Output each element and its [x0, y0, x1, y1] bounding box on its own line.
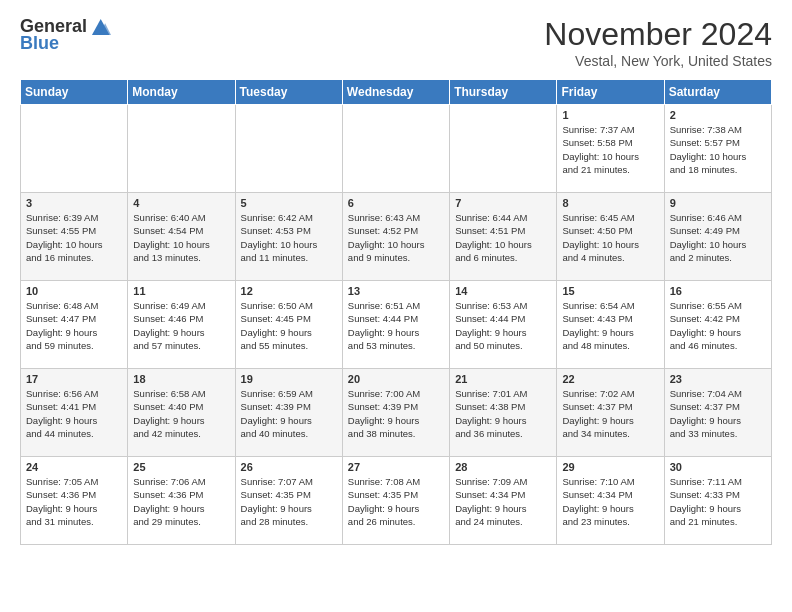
day-info: Sunrise: 7:38 AM Sunset: 5:57 PM Dayligh… [670, 123, 766, 176]
title-block: November 2024 Vestal, New York, United S… [544, 16, 772, 69]
day-cell-empty [342, 105, 449, 193]
day-cell-22: 22Sunrise: 7:02 AM Sunset: 4:37 PM Dayli… [557, 369, 664, 457]
weekday-header-thursday: Thursday [450, 80, 557, 105]
weekday-header-saturday: Saturday [664, 80, 771, 105]
day-cell-12: 12Sunrise: 6:50 AM Sunset: 4:45 PM Dayli… [235, 281, 342, 369]
day-cell-empty [21, 105, 128, 193]
day-number: 4 [133, 197, 229, 209]
day-number: 2 [670, 109, 766, 121]
day-info: Sunrise: 7:10 AM Sunset: 4:34 PM Dayligh… [562, 475, 658, 528]
day-cell-empty [450, 105, 557, 193]
day-number: 6 [348, 197, 444, 209]
day-cell-24: 24Sunrise: 7:05 AM Sunset: 4:36 PM Dayli… [21, 457, 128, 545]
day-info: Sunrise: 6:49 AM Sunset: 4:46 PM Dayligh… [133, 299, 229, 352]
day-number: 29 [562, 461, 658, 473]
page: General Blue November 2024 Vestal, New Y… [0, 0, 792, 565]
day-info: Sunrise: 6:39 AM Sunset: 4:55 PM Dayligh… [26, 211, 122, 264]
day-info: Sunrise: 7:01 AM Sunset: 4:38 PM Dayligh… [455, 387, 551, 440]
logo: General Blue [20, 16, 111, 54]
weekday-header-friday: Friday [557, 80, 664, 105]
weekday-header-wednesday: Wednesday [342, 80, 449, 105]
day-info: Sunrise: 6:54 AM Sunset: 4:43 PM Dayligh… [562, 299, 658, 352]
day-cell-7: 7Sunrise: 6:44 AM Sunset: 4:51 PM Daylig… [450, 193, 557, 281]
day-info: Sunrise: 6:44 AM Sunset: 4:51 PM Dayligh… [455, 211, 551, 264]
day-cell-26: 26Sunrise: 7:07 AM Sunset: 4:35 PM Dayli… [235, 457, 342, 545]
day-info: Sunrise: 7:05 AM Sunset: 4:36 PM Dayligh… [26, 475, 122, 528]
day-cell-20: 20Sunrise: 7:00 AM Sunset: 4:39 PM Dayli… [342, 369, 449, 457]
day-cell-18: 18Sunrise: 6:58 AM Sunset: 4:40 PM Dayli… [128, 369, 235, 457]
day-cell-2: 2Sunrise: 7:38 AM Sunset: 5:57 PM Daylig… [664, 105, 771, 193]
day-number: 19 [241, 373, 337, 385]
logo-icon [89, 16, 111, 38]
day-number: 3 [26, 197, 122, 209]
day-number: 16 [670, 285, 766, 297]
day-info: Sunrise: 6:46 AM Sunset: 4:49 PM Dayligh… [670, 211, 766, 264]
location: Vestal, New York, United States [544, 53, 772, 69]
day-cell-25: 25Sunrise: 7:06 AM Sunset: 4:36 PM Dayli… [128, 457, 235, 545]
day-info: Sunrise: 6:56 AM Sunset: 4:41 PM Dayligh… [26, 387, 122, 440]
day-number: 5 [241, 197, 337, 209]
day-cell-13: 13Sunrise: 6:51 AM Sunset: 4:44 PM Dayli… [342, 281, 449, 369]
day-number: 14 [455, 285, 551, 297]
day-cell-21: 21Sunrise: 7:01 AM Sunset: 4:38 PM Dayli… [450, 369, 557, 457]
day-cell-27: 27Sunrise: 7:08 AM Sunset: 4:35 PM Dayli… [342, 457, 449, 545]
weekday-header-row: SundayMondayTuesdayWednesdayThursdayFrid… [21, 80, 772, 105]
day-info: Sunrise: 6:58 AM Sunset: 4:40 PM Dayligh… [133, 387, 229, 440]
header: General Blue November 2024 Vestal, New Y… [20, 16, 772, 69]
logo-text-block: General Blue [20, 16, 111, 54]
day-cell-11: 11Sunrise: 6:49 AM Sunset: 4:46 PM Dayli… [128, 281, 235, 369]
day-info: Sunrise: 7:02 AM Sunset: 4:37 PM Dayligh… [562, 387, 658, 440]
day-number: 10 [26, 285, 122, 297]
day-cell-14: 14Sunrise: 6:53 AM Sunset: 4:44 PM Dayli… [450, 281, 557, 369]
day-number: 12 [241, 285, 337, 297]
day-cell-9: 9Sunrise: 6:46 AM Sunset: 4:49 PM Daylig… [664, 193, 771, 281]
day-number: 1 [562, 109, 658, 121]
day-cell-19: 19Sunrise: 6:59 AM Sunset: 4:39 PM Dayli… [235, 369, 342, 457]
day-number: 26 [241, 461, 337, 473]
day-info: Sunrise: 6:45 AM Sunset: 4:50 PM Dayligh… [562, 211, 658, 264]
month-title: November 2024 [544, 16, 772, 53]
day-number: 20 [348, 373, 444, 385]
day-number: 15 [562, 285, 658, 297]
day-cell-30: 30Sunrise: 7:11 AM Sunset: 4:33 PM Dayli… [664, 457, 771, 545]
week-row-4: 17Sunrise: 6:56 AM Sunset: 4:41 PM Dayli… [21, 369, 772, 457]
day-info: Sunrise: 6:50 AM Sunset: 4:45 PM Dayligh… [241, 299, 337, 352]
day-number: 23 [670, 373, 766, 385]
day-info: Sunrise: 6:43 AM Sunset: 4:52 PM Dayligh… [348, 211, 444, 264]
day-number: 27 [348, 461, 444, 473]
day-cell-4: 4Sunrise: 6:40 AM Sunset: 4:54 PM Daylig… [128, 193, 235, 281]
day-number: 25 [133, 461, 229, 473]
day-info: Sunrise: 6:48 AM Sunset: 4:47 PM Dayligh… [26, 299, 122, 352]
day-cell-28: 28Sunrise: 7:09 AM Sunset: 4:34 PM Dayli… [450, 457, 557, 545]
day-cell-5: 5Sunrise: 6:42 AM Sunset: 4:53 PM Daylig… [235, 193, 342, 281]
week-row-2: 3Sunrise: 6:39 AM Sunset: 4:55 PM Daylig… [21, 193, 772, 281]
day-info: Sunrise: 7:04 AM Sunset: 4:37 PM Dayligh… [670, 387, 766, 440]
day-number: 28 [455, 461, 551, 473]
day-number: 18 [133, 373, 229, 385]
day-number: 11 [133, 285, 229, 297]
day-info: Sunrise: 7:11 AM Sunset: 4:33 PM Dayligh… [670, 475, 766, 528]
day-info: Sunrise: 7:09 AM Sunset: 4:34 PM Dayligh… [455, 475, 551, 528]
day-cell-1: 1Sunrise: 7:37 AM Sunset: 5:58 PM Daylig… [557, 105, 664, 193]
day-cell-8: 8Sunrise: 6:45 AM Sunset: 4:50 PM Daylig… [557, 193, 664, 281]
day-info: Sunrise: 7:00 AM Sunset: 4:39 PM Dayligh… [348, 387, 444, 440]
day-number: 24 [26, 461, 122, 473]
day-info: Sunrise: 7:37 AM Sunset: 5:58 PM Dayligh… [562, 123, 658, 176]
weekday-header-monday: Monday [128, 80, 235, 105]
day-info: Sunrise: 6:55 AM Sunset: 4:42 PM Dayligh… [670, 299, 766, 352]
day-info: Sunrise: 6:59 AM Sunset: 4:39 PM Dayligh… [241, 387, 337, 440]
day-info: Sunrise: 6:51 AM Sunset: 4:44 PM Dayligh… [348, 299, 444, 352]
day-cell-29: 29Sunrise: 7:10 AM Sunset: 4:34 PM Dayli… [557, 457, 664, 545]
day-info: Sunrise: 6:42 AM Sunset: 4:53 PM Dayligh… [241, 211, 337, 264]
day-cell-15: 15Sunrise: 6:54 AM Sunset: 4:43 PM Dayli… [557, 281, 664, 369]
day-number: 21 [455, 373, 551, 385]
day-number: 22 [562, 373, 658, 385]
day-number: 8 [562, 197, 658, 209]
weekday-header-sunday: Sunday [21, 80, 128, 105]
day-number: 17 [26, 373, 122, 385]
day-number: 7 [455, 197, 551, 209]
day-cell-23: 23Sunrise: 7:04 AM Sunset: 4:37 PM Dayli… [664, 369, 771, 457]
day-cell-3: 3Sunrise: 6:39 AM Sunset: 4:55 PM Daylig… [21, 193, 128, 281]
day-cell-16: 16Sunrise: 6:55 AM Sunset: 4:42 PM Dayli… [664, 281, 771, 369]
day-info: Sunrise: 6:40 AM Sunset: 4:54 PM Dayligh… [133, 211, 229, 264]
